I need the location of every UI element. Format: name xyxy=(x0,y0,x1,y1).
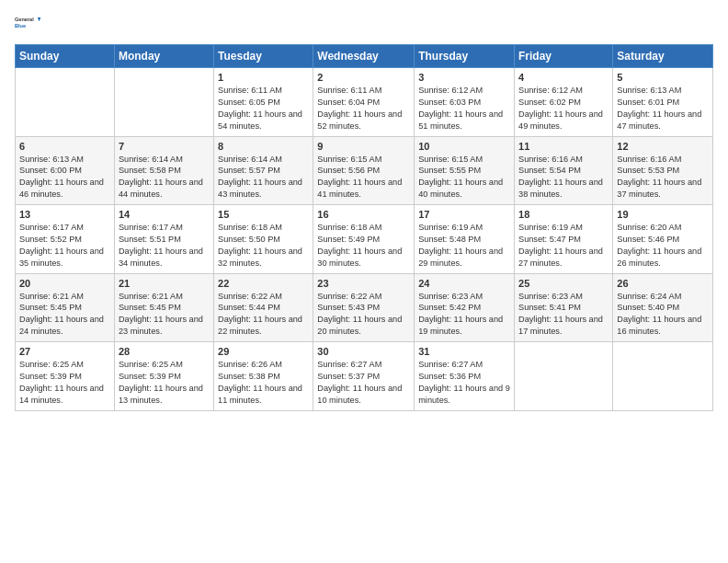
calendar-cell: 15Sunrise: 6:18 AMSunset: 5:50 PMDayligh… xyxy=(214,205,313,274)
day-number: 23 xyxy=(317,278,410,289)
weekday-header-saturday: Saturday xyxy=(613,45,713,68)
day-number: 16 xyxy=(317,209,410,220)
calendar-cell: 14Sunrise: 6:17 AMSunset: 5:51 PMDayligh… xyxy=(114,205,213,274)
day-info: Sunrise: 6:16 AMSunset: 5:54 PMDaylight:… xyxy=(518,154,609,201)
weekday-header-thursday: Thursday xyxy=(415,45,515,68)
calendar-cell: 25Sunrise: 6:23 AMSunset: 5:41 PMDayligh… xyxy=(515,273,613,342)
day-number: 9 xyxy=(317,141,410,152)
calendar-cell xyxy=(613,342,713,411)
day-info: Sunrise: 6:12 AMSunset: 6:02 PMDaylight:… xyxy=(518,85,609,132)
day-info: Sunrise: 6:25 AMSunset: 5:39 PMDaylight:… xyxy=(19,359,110,407)
calendar-cell: 30Sunrise: 6:27 AMSunset: 5:37 PMDayligh… xyxy=(313,342,415,411)
calendar-cell: 7Sunrise: 6:14 AMSunset: 5:58 PMDaylight… xyxy=(114,136,213,205)
day-info: Sunrise: 6:20 AMSunset: 5:46 PMDaylight:… xyxy=(617,222,709,270)
day-number: 10 xyxy=(418,141,510,152)
day-number: 28 xyxy=(119,346,210,357)
day-info: Sunrise: 6:12 AMSunset: 6:03 PMDaylight:… xyxy=(418,85,510,132)
day-number: 29 xyxy=(218,346,309,357)
day-info: Sunrise: 6:23 AMSunset: 5:41 PMDaylight:… xyxy=(518,291,609,339)
day-info: Sunrise: 6:21 AMSunset: 5:45 PMDaylight:… xyxy=(19,291,110,339)
day-info: Sunrise: 6:18 AMSunset: 5:50 PMDaylight:… xyxy=(218,222,309,270)
day-info: Sunrise: 6:26 AMSunset: 5:38 PMDaylight:… xyxy=(218,359,309,407)
day-info: Sunrise: 6:11 AMSunset: 6:04 PMDaylight:… xyxy=(317,85,410,132)
day-info: Sunrise: 6:18 AMSunset: 5:49 PMDaylight:… xyxy=(317,222,410,270)
calendar-cell: 21Sunrise: 6:21 AMSunset: 5:45 PMDayligh… xyxy=(114,273,213,342)
day-number: 8 xyxy=(218,141,309,152)
calendar-cell: 3Sunrise: 6:12 AMSunset: 6:03 PMDaylight… xyxy=(415,68,515,137)
day-number: 5 xyxy=(617,72,709,83)
calendar-cell: 20Sunrise: 6:21 AMSunset: 5:45 PMDayligh… xyxy=(16,273,115,342)
day-number: 19 xyxy=(617,209,709,220)
calendar-cell: 31Sunrise: 6:27 AMSunset: 5:36 PMDayligh… xyxy=(415,342,515,411)
day-info: Sunrise: 6:14 AMSunset: 5:58 PMDaylight:… xyxy=(119,154,210,201)
week-row-4: 20Sunrise: 6:21 AMSunset: 5:45 PMDayligh… xyxy=(16,273,713,342)
calendar-cell: 12Sunrise: 6:16 AMSunset: 5:53 PMDayligh… xyxy=(613,136,713,205)
day-number: 20 xyxy=(19,278,110,289)
weekday-header-sunday: Sunday xyxy=(16,45,115,68)
logo-icon: General Blue xyxy=(15,9,42,37)
calendar-cell: 26Sunrise: 6:24 AMSunset: 5:40 PMDayligh… xyxy=(613,273,713,342)
day-info: Sunrise: 6:16 AMSunset: 5:53 PMDaylight:… xyxy=(617,154,709,201)
day-info: Sunrise: 6:23 AMSunset: 5:42 PMDaylight:… xyxy=(418,291,510,339)
day-info: Sunrise: 6:17 AMSunset: 5:51 PMDaylight:… xyxy=(119,222,210,270)
day-number: 30 xyxy=(317,346,410,357)
day-info: Sunrise: 6:13 AMSunset: 6:00 PMDaylight:… xyxy=(19,154,110,201)
day-info: Sunrise: 6:21 AMSunset: 5:45 PMDaylight:… xyxy=(119,291,210,339)
calendar-cell: 11Sunrise: 6:16 AMSunset: 5:54 PMDayligh… xyxy=(515,136,613,205)
day-info: Sunrise: 6:15 AMSunset: 5:56 PMDaylight:… xyxy=(317,154,410,201)
day-number: 1 xyxy=(218,72,309,83)
day-number: 4 xyxy=(518,72,609,83)
calendar-cell xyxy=(16,68,115,137)
calendar-cell: 4Sunrise: 6:12 AMSunset: 6:02 PMDaylight… xyxy=(515,68,613,137)
calendar-cell: 6Sunrise: 6:13 AMSunset: 6:00 PMDaylight… xyxy=(16,136,115,205)
day-number: 14 xyxy=(119,209,210,220)
day-number: 27 xyxy=(19,346,110,357)
day-number: 31 xyxy=(418,346,510,357)
day-info: Sunrise: 6:27 AMSunset: 5:37 PMDaylight:… xyxy=(317,359,410,407)
day-number: 21 xyxy=(119,278,210,289)
day-number: 22 xyxy=(218,278,309,289)
day-info: Sunrise: 6:19 AMSunset: 5:48 PMDaylight:… xyxy=(418,222,510,270)
weekday-header-tuesday: Tuesday xyxy=(214,45,313,68)
day-number: 24 xyxy=(418,278,510,289)
day-number: 6 xyxy=(19,141,110,152)
day-number: 25 xyxy=(518,278,609,289)
day-number: 12 xyxy=(617,141,709,152)
logo: General Blue xyxy=(15,9,42,37)
calendar-cell xyxy=(515,342,613,411)
weekday-header-wednesday: Wednesday xyxy=(313,45,415,68)
day-number: 11 xyxy=(518,141,609,152)
calendar-cell: 13Sunrise: 6:17 AMSunset: 5:52 PMDayligh… xyxy=(16,205,115,274)
calendar-cell: 16Sunrise: 6:18 AMSunset: 5:49 PMDayligh… xyxy=(313,205,415,274)
svg-text:Blue: Blue xyxy=(15,23,26,29)
day-number: 7 xyxy=(119,141,210,152)
calendar-cell: 22Sunrise: 6:22 AMSunset: 5:44 PMDayligh… xyxy=(214,273,313,342)
day-info: Sunrise: 6:13 AMSunset: 6:01 PMDaylight:… xyxy=(617,85,709,132)
svg-marker-2 xyxy=(38,17,40,21)
calendar-cell: 28Sunrise: 6:25 AMSunset: 5:39 PMDayligh… xyxy=(114,342,213,411)
day-info: Sunrise: 6:14 AMSunset: 5:57 PMDaylight:… xyxy=(218,154,309,201)
calendar-cell: 9Sunrise: 6:15 AMSunset: 5:56 PMDaylight… xyxy=(313,136,415,205)
header: General Blue xyxy=(15,9,713,37)
day-number: 17 xyxy=(418,209,510,220)
day-info: Sunrise: 6:15 AMSunset: 5:55 PMDaylight:… xyxy=(418,154,510,201)
day-number: 26 xyxy=(617,278,709,289)
calendar-cell: 10Sunrise: 6:15 AMSunset: 5:55 PMDayligh… xyxy=(415,136,515,205)
calendar-cell: 27Sunrise: 6:25 AMSunset: 5:39 PMDayligh… xyxy=(16,342,115,411)
day-number: 18 xyxy=(518,209,609,220)
day-number: 3 xyxy=(418,72,510,83)
calendar-cell: 8Sunrise: 6:14 AMSunset: 5:57 PMDaylight… xyxy=(214,136,313,205)
day-info: Sunrise: 6:25 AMSunset: 5:39 PMDaylight:… xyxy=(119,359,210,407)
calendar-cell xyxy=(114,68,213,137)
day-info: Sunrise: 6:17 AMSunset: 5:52 PMDaylight:… xyxy=(19,222,110,270)
day-info: Sunrise: 6:22 AMSunset: 5:44 PMDaylight:… xyxy=(218,291,309,339)
day-info: Sunrise: 6:11 AMSunset: 6:05 PMDaylight:… xyxy=(218,85,309,132)
weekday-header-friday: Friday xyxy=(515,45,613,68)
day-info: Sunrise: 6:24 AMSunset: 5:40 PMDaylight:… xyxy=(617,291,709,339)
calendar-cell: 29Sunrise: 6:26 AMSunset: 5:38 PMDayligh… xyxy=(214,342,313,411)
calendar-cell: 2Sunrise: 6:11 AMSunset: 6:04 PMDaylight… xyxy=(313,68,415,137)
weekday-header-row: SundayMondayTuesdayWednesdayThursdayFrid… xyxy=(16,45,713,68)
week-row-1: 1Sunrise: 6:11 AMSunset: 6:05 PMDaylight… xyxy=(16,68,713,137)
day-number: 13 xyxy=(19,209,110,220)
calendar-cell: 18Sunrise: 6:19 AMSunset: 5:47 PMDayligh… xyxy=(515,205,613,274)
